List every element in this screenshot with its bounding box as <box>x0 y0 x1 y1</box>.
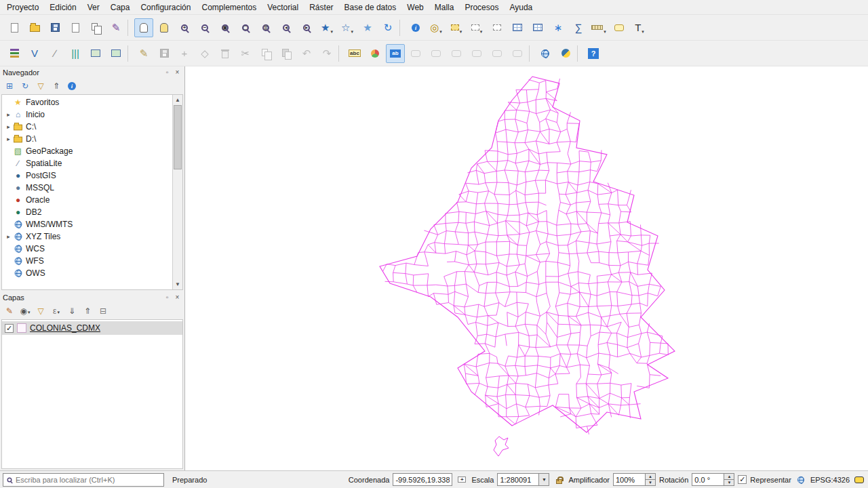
menu-item[interactable]: Capa <box>105 1 136 14</box>
browser-item-mssql[interactable]: ●MSSQL <box>2 182 172 194</box>
browser-close-button[interactable]: × <box>173 68 182 77</box>
menu-item[interactable]: Web <box>401 1 429 14</box>
zoom-last-icon[interactable]: ◂ <box>277 18 296 37</box>
browser-item-d[interactable]: ▸D:\ <box>2 133 172 145</box>
layer-swatch[interactable] <box>17 323 26 333</box>
menu-item[interactable]: Complementos <box>196 1 262 14</box>
refresh-map-icon[interactable]: ↻ <box>378 18 397 37</box>
new-bookmark-icon[interactable]: ★▾ <box>317 18 336 37</box>
zoom-out-icon[interactable]: − <box>195 18 214 37</box>
browser-item-xyz-tiles[interactable]: ▸XYZ Tiles <box>2 230 172 243</box>
zoom-to-layer-icon[interactable]: ≣ <box>256 18 275 37</box>
map-themes-icon[interactable]: ◉▾ <box>18 304 32 318</box>
browser-item-wfs[interactable]: WFS <box>2 255 172 267</box>
scale-combo[interactable]: ▼ <box>497 473 549 486</box>
lock-scale-icon[interactable] <box>553 474 565 486</box>
map-tips-icon[interactable] <box>610 18 629 37</box>
style-manager-icon[interactable]: ✎ <box>106 18 125 37</box>
collapse-all-layers-icon[interactable]: ⇑ <box>81 304 94 318</box>
magnifier-input[interactable] <box>613 473 646 486</box>
select-features-icon[interactable]: ▾ <box>447 18 466 37</box>
magnifier-spinbox[interactable]: ▲▼ <box>613 473 656 486</box>
browser-item-inicio[interactable]: ▸⌂Inicio <box>2 108 172 121</box>
add-raster-layer-icon[interactable] <box>86 44 105 63</box>
scroll-down-icon[interactable]: ▼ <box>173 279 182 289</box>
filter-expression-icon[interactable]: ε▾ <box>50 304 63 318</box>
layers-float-button[interactable]: ▫ <box>163 293 172 302</box>
layout-manager-icon[interactable] <box>86 18 105 37</box>
menu-item[interactable]: Base de datos <box>339 1 402 14</box>
crs-label[interactable]: EPSG:4326 <box>810 476 850 484</box>
bookmark-manager-icon[interactable]: ★ <box>358 18 377 37</box>
open-project-icon[interactable] <box>25 18 44 37</box>
scroll-up-icon[interactable]: ▲ <box>173 95 182 105</box>
zoom-in-icon[interactable]: + <box>175 18 194 37</box>
layer-labeling-icon[interactable]: abc <box>345 44 364 63</box>
browser-collapse-all-icon[interactable]: ⇑ <box>50 79 63 93</box>
field-calculator-icon[interactable] <box>528 18 547 37</box>
browser-add-layer-icon[interactable]: ⊞ <box>3 79 16 93</box>
add-spatialite-layer-icon[interactable]: ∕ <box>45 44 64 63</box>
deselect-features-icon[interactable] <box>488 18 507 37</box>
menu-item[interactable]: Proyecto <box>1 1 44 14</box>
measure-icon[interactable]: ▾ <box>589 18 608 37</box>
browser-filter-icon[interactable]: ▽ <box>34 79 47 93</box>
layer-item-colonias-cdmx[interactable]: COLONIAS_CDMX <box>2 321 182 335</box>
messages-icon[interactable] <box>853 474 865 486</box>
layer-checkbox[interactable] <box>5 324 14 333</box>
browser-item-ows[interactable]: OWS <box>2 267 172 279</box>
browser-item-wcs[interactable]: WCS <box>2 243 172 255</box>
browser-refresh-icon[interactable]: ↻ <box>18 79 32 93</box>
zoom-full-icon[interactable]: ▣ <box>216 18 235 37</box>
labeling-options-icon[interactable]: ab <box>386 44 405 63</box>
layer-styling-icon[interactable]: ✎ <box>3 304 16 318</box>
zoom-next-icon[interactable]: ▸ <box>297 18 316 37</box>
render-checkbox[interactable] <box>738 475 747 484</box>
add-mesh-layer-icon[interactable]: ||| <box>66 44 85 63</box>
menu-item[interactable]: Ver <box>82 1 105 14</box>
menu-item[interactable]: Configuración <box>135 1 196 14</box>
show-bookmarks-icon[interactable]: ☆▾ <box>338 18 357 37</box>
data-source-manager-icon[interactable] <box>5 44 24 63</box>
select-by-form-icon[interactable]: ▾ <box>467 18 486 37</box>
magnifier-down-icon[interactable]: ▼ <box>646 480 655 485</box>
browser-item-oracle[interactable]: ●Oracle <box>2 194 172 206</box>
save-project-icon[interactable] <box>45 18 64 37</box>
add-vector-layer-icon[interactable]: V <box>25 44 44 63</box>
pan-to-selection-icon[interactable] <box>155 18 174 37</box>
scrollbar-thumb[interactable] <box>174 105 182 169</box>
coordinate-input[interactable] <box>393 473 452 486</box>
browser-item-spatialite[interactable]: ∕SpatiaLite <box>2 157 172 169</box>
remove-layer-icon[interactable]: ⊟ <box>96 304 110 318</box>
browser-item-wms-wmts[interactable]: WMS/WMTS <box>2 218 172 230</box>
locator-input[interactable] <box>16 476 161 484</box>
browser-properties-icon[interactable]: i <box>65 79 79 93</box>
filter-legend-icon[interactable]: ▽ <box>34 304 47 318</box>
browser-item-postgis[interactable]: ●PostGIS <box>2 169 172 182</box>
browser-item-geopackage[interactable]: ▧GeoPackage <box>2 145 172 157</box>
menu-item[interactable]: Ráster <box>304 1 338 14</box>
new-print-layout-icon[interactable] <box>66 18 85 37</box>
browser-item-db2[interactable]: ●DB2 <box>2 206 172 218</box>
processing-toolbox-icon[interactable]: ∗ <box>549 18 568 37</box>
extent-toggle-icon[interactable]: + <box>456 474 468 486</box>
metasearch-icon[interactable] <box>536 44 555 63</box>
menu-item[interactable]: Vectorial <box>262 1 304 14</box>
scale-input[interactable] <box>497 473 539 486</box>
rotation-up-icon[interactable]: ▲ <box>724 474 734 480</box>
run-feature-action-icon[interactable]: ◎▾ <box>427 18 446 37</box>
locator-box[interactable] <box>3 473 164 487</box>
layer-diagram-icon[interactable] <box>366 44 384 63</box>
expand-all-icon[interactable]: ⇓ <box>65 304 79 318</box>
zoom-to-selection-icon[interactable]: ▢ <box>236 18 255 37</box>
rotation-down-icon[interactable]: ▼ <box>724 480 734 485</box>
browser-float-button[interactable]: ▫ <box>163 68 172 77</box>
text-annotation-icon[interactable]: T▾ <box>630 18 649 37</box>
scale-dropdown-icon[interactable]: ▼ <box>539 473 549 486</box>
browser-item-c[interactable]: ▸C:\ <box>2 121 172 133</box>
help-icon[interactable]: ? <box>584 44 603 63</box>
menu-item[interactable]: Malla <box>429 1 460 14</box>
menu-item[interactable]: Procesos <box>459 1 504 14</box>
menu-item[interactable]: Ayuda <box>504 1 538 14</box>
rotation-input[interactable] <box>692 473 724 486</box>
